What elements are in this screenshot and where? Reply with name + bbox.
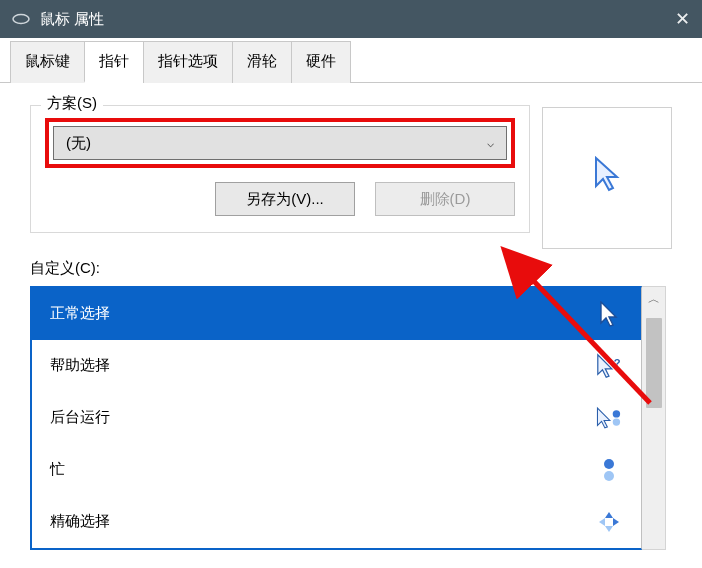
svg-text:?: ?: [614, 356, 621, 368]
scroll-up-icon[interactable]: ︿: [648, 287, 660, 312]
cursor-busy-icon: [595, 456, 623, 484]
tab-wheel[interactable]: 滑轮: [232, 41, 292, 83]
list-item-label: 后台运行: [50, 408, 110, 427]
cursor-arrow-icon: [592, 156, 622, 192]
cursor-busy-bg-icon: [595, 404, 623, 432]
svg-point-6: [604, 471, 614, 481]
scheme-legend: 方案(S): [41, 94, 103, 113]
cursor-preview: [542, 107, 672, 249]
window-title: 鼠标 属性: [40, 10, 104, 29]
save-as-button[interactable]: 另存为(V)...: [215, 182, 355, 216]
scroll-thumb[interactable]: [646, 318, 662, 408]
tab-mouse-buttons[interactable]: 鼠标键: [10, 41, 85, 83]
svg-point-3: [613, 410, 620, 417]
cursor-listbox[interactable]: 正常选择 帮助选择 ? 后台运行 忙: [30, 286, 642, 550]
svg-point-4: [613, 418, 620, 425]
cursor-arrow-icon: [595, 300, 623, 328]
mouse-icon: [12, 13, 30, 25]
chevron-down-icon: ⌵: [487, 136, 494, 150]
list-item[interactable]: 忙: [32, 444, 641, 496]
list-item[interactable]: 正常选择: [32, 288, 641, 340]
cursor-help-icon: ?: [595, 352, 623, 380]
delete-button: 删除(D): [375, 182, 515, 216]
list-item-label: 精确选择: [50, 512, 110, 531]
highlight-annotation: (无) ⌵: [45, 118, 515, 168]
list-item-label: 帮助选择: [50, 356, 110, 375]
close-icon[interactable]: ✕: [675, 8, 690, 30]
list-item[interactable]: 精确选择: [32, 496, 641, 548]
list-item-label: 忙: [50, 460, 65, 479]
tab-pointer-options[interactable]: 指针选项: [143, 41, 233, 83]
svg-point-0: [13, 15, 29, 24]
list-item[interactable]: 帮助选择 ?: [32, 340, 641, 392]
cursor-precision-icon: [595, 508, 623, 536]
list-item-label: 正常选择: [50, 304, 110, 323]
tab-pointers[interactable]: 指针: [84, 41, 144, 83]
scheme-dropdown[interactable]: (无) ⌵: [53, 126, 507, 160]
tab-bar: 鼠标键 指针 指针选项 滑轮 硬件: [0, 40, 702, 83]
scheme-groupbox: 方案(S) (无) ⌵ 另存为(V)... 删除(D): [30, 105, 530, 233]
svg-point-5: [604, 459, 614, 469]
titlebar: 鼠标 属性 ✕: [0, 0, 702, 38]
list-item[interactable]: 后台运行: [32, 392, 641, 444]
tab-hardware[interactable]: 硬件: [291, 41, 351, 83]
customize-label: 自定义(C):: [30, 259, 672, 278]
listbox-scrollbar[interactable]: ︿: [642, 286, 666, 550]
scheme-selected-value: (无): [66, 134, 91, 153]
